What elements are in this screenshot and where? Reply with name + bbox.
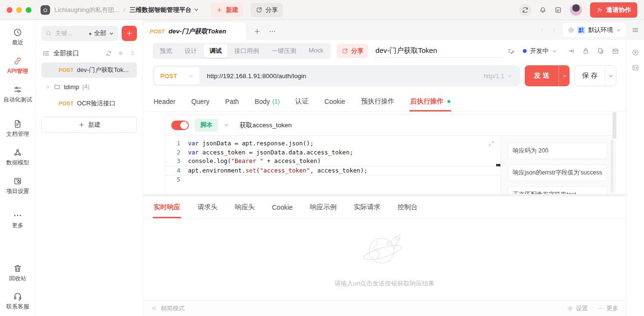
- tree-api-2[interactable]: POST OCR验活接口: [42, 96, 137, 111]
- new-tab-button[interactable]: [253, 28, 261, 35]
- script-type-badge[interactable]: 脚本: [195, 119, 218, 132]
- sidebar-item-2[interactable]: 自动化测试: [3, 85, 32, 102]
- compact-mode-button[interactable]: 精简模式: [151, 305, 185, 313]
- save-options-icon[interactable]: [605, 66, 616, 86]
- sidebar-item-6[interactable]: 更多: [12, 211, 23, 228]
- response-tab-响应示例[interactable]: 响应示例: [310, 196, 337, 218]
- snippet-scrollbar[interactable]: [611, 140, 613, 193]
- request-tab-Cookie[interactable]: Cookie: [324, 92, 345, 111]
- code-line-1[interactable]: 1var jsonData = apt.response.json();: [165, 139, 500, 148]
- user-avatar[interactable]: [570, 3, 582, 16]
- script-name-input[interactable]: 获取access_token: [239, 121, 292, 130]
- code-line-3[interactable]: 3console.log("Bearer " + access_token): [165, 157, 500, 166]
- locate-icon[interactable]: [117, 50, 124, 57]
- expand-editor-icon[interactable]: [488, 140, 495, 147]
- protocol-select[interactable]: http/1.1: [484, 72, 518, 80]
- code-line-4[interactable]: 4apt.environment.set("access_token", acc…: [165, 166, 500, 176]
- send-button[interactable]: 发 送: [525, 65, 570, 86]
- api-title-input[interactable]: [374, 44, 501, 58]
- sidebar-bottom-item-0[interactable]: 回收站: [9, 264, 26, 281]
- sidebar-bottom-item-1[interactable]: 联系客服: [6, 292, 29, 309]
- version-icon[interactable]: [632, 49, 639, 56]
- request-tab-预执行操作[interactable]: 预执行操作: [361, 92, 395, 111]
- mode-tab-一键压测[interactable]: 一键压测: [266, 44, 302, 58]
- tab-scroll-right-icon[interactable]: [551, 27, 557, 33]
- archive-icon[interactable]: [612, 47, 619, 55]
- feedback-icon[interactable]: [554, 6, 562, 14]
- snippet-item-1[interactable]: 响应json的errstr字段值为'success: [508, 164, 607, 181]
- response-tab-Cookie[interactable]: Cookie: [272, 196, 293, 218]
- refresh-icon[interactable]: [105, 50, 112, 57]
- script-enabled-toggle[interactable]: [171, 121, 189, 130]
- request-tab-Body[interactable]: Body(1): [255, 92, 280, 111]
- sort-icon[interactable]: [129, 50, 136, 57]
- settings-button[interactable]: 设置: [567, 305, 588, 313]
- response-tab-控制台[interactable]: 控制台: [398, 196, 418, 218]
- search-box[interactable]: ● 全部: [42, 26, 118, 41]
- snippet-item-0[interactable]: 响应码为 200: [508, 143, 607, 159]
- snippet-item-2[interactable]: 正文匹配含有字符串test: [508, 186, 607, 194]
- response-tab-实时响应[interactable]: 实时响应: [154, 196, 180, 218]
- request-tab-Query[interactable]: Query: [191, 92, 209, 111]
- sidebar-item-3[interactable]: 文档管理: [6, 119, 29, 137]
- maximize-window-button[interactable]: [26, 7, 31, 13]
- sidebar-item-0[interactable]: 最近: [12, 28, 23, 45]
- mode-tab-Mock[interactable]: Mock: [303, 44, 329, 58]
- sidebar-item-4[interactable]: 数据模型: [6, 148, 29, 165]
- minimize-window-button[interactable]: [16, 7, 22, 13]
- response-tab-响应头[interactable]: 响应头: [235, 196, 255, 218]
- chevron-down-icon: [188, 73, 194, 79]
- send-options-icon[interactable]: [559, 65, 570, 86]
- sidebar-item-5[interactable]: 项目设置: [6, 176, 29, 194]
- generate-code-icon[interactable]: [632, 64, 639, 71]
- mode-tab-预览[interactable]: 预览: [154, 44, 178, 58]
- response-tab-请求头[interactable]: 请求头: [197, 196, 218, 218]
- code-line-5[interactable]: 5: [165, 175, 500, 184]
- url-input[interactable]: http://192.168.1.91:8000/auth/login: [207, 72, 306, 80]
- tab-scroll-left-icon[interactable]: [539, 27, 546, 33]
- request-tab-认证[interactable]: 认证: [295, 92, 309, 111]
- response-tab-实际请求[interactable]: 实际请求: [354, 196, 381, 218]
- clone-icon[interactable]: [597, 47, 604, 55]
- request-tab-Path[interactable]: Path: [225, 92, 239, 111]
- search-filter-dropdown[interactable]: ● 全部: [89, 29, 114, 38]
- mode-tab-调试[interactable]: 调试: [204, 44, 228, 58]
- main-scrollbar[interactable]: [613, 112, 616, 139]
- tree-api-0[interactable]: POST dev-门户获取Tok...: [42, 62, 137, 78]
- script-type-dropdown-icon[interactable]: [224, 122, 229, 128]
- plus-icon: [216, 7, 223, 13]
- share-project-button[interactable]: 分享: [250, 3, 283, 17]
- code-editor[interactable]: 1var jsonData = apt.response.json(); 2va…: [165, 136, 500, 194]
- method-select[interactable]: POST: [155, 67, 199, 84]
- document-tab-active[interactable]: POST dev-门户获取Token: [143, 22, 246, 40]
- more-button[interactable]: 更多: [597, 305, 618, 313]
- request-tab-后执行操作[interactable]: 后执行操作: [410, 92, 450, 111]
- lock-icon[interactable]: [582, 47, 590, 55]
- add-api-button[interactable]: [122, 26, 137, 41]
- sidebar-item-1[interactable]: API管理: [7, 56, 28, 74]
- invite-collaborate-button[interactable]: 邀请协作: [590, 2, 637, 18]
- project-name[interactable]: 三维数据智能管理平台: [129, 6, 199, 14]
- notifications-bell-icon[interactable]: [539, 6, 547, 14]
- close-window-button[interactable]: [7, 7, 12, 13]
- edit-title-icon[interactable]: [507, 47, 515, 55]
- move-api-icon[interactable]: [567, 47, 575, 55]
- request-tab-Header[interactable]: Header: [154, 92, 176, 111]
- save-button[interactable]: 保 存: [574, 65, 616, 86]
- api-status-dropdown[interactable]: 开发中: [523, 47, 557, 55]
- mode-tab-设计[interactable]: 设计: [179, 44, 203, 58]
- tree-folder-1[interactable]: tdimp (4): [42, 79, 137, 94]
- team-name[interactable]: Lichlaughing的私有团...: [54, 6, 119, 14]
- tab-more-button[interactable]: [269, 28, 276, 35]
- environment-selector[interactable]: 默 默认环境: [563, 23, 626, 37]
- new-button[interactable]: 新建: [211, 3, 243, 17]
- code-line-2[interactable]: 2var access_token = jsonData.data.access…: [165, 148, 500, 157]
- new-api-button[interactable]: 新建: [42, 117, 137, 133]
- menu-hamburger-icon[interactable]: [632, 26, 639, 34]
- share-api-button[interactable]: 分享: [337, 44, 368, 58]
- search-input[interactable]: [54, 30, 73, 37]
- sync-icon[interactable]: [519, 4, 531, 16]
- team-home-icon[interactable]: [41, 5, 50, 15]
- code-lines: 1var jsonData = apt.response.json(); 2va…: [165, 139, 500, 184]
- mode-tab-接口用例[interactable]: 接口用例: [229, 44, 265, 58]
